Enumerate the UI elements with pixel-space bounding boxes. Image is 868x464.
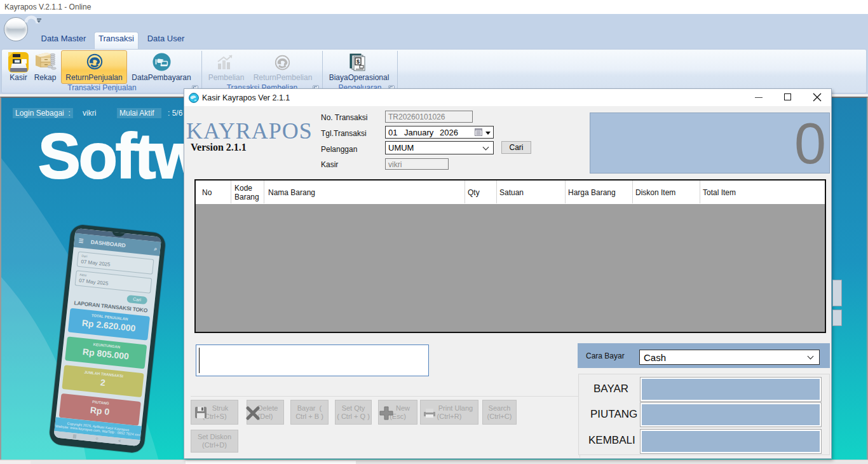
- svg-text:$: $: [356, 58, 360, 65]
